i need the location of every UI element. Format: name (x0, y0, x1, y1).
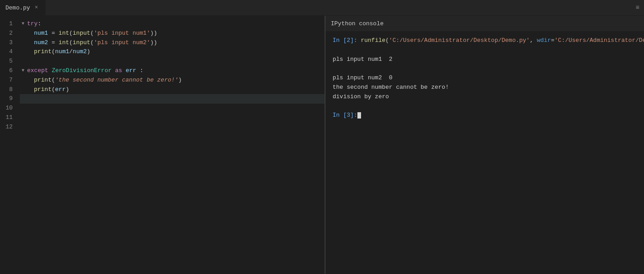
console-in2-line: In [2]: runfile('C:/Users/Administrator/… (333, 36, 637, 46)
line-num-11: 11 (4, 113, 13, 123)
line-num-12: 12 (4, 123, 13, 132)
code-content[interactable]: ▼try: num1 = int(input('pls input num1')… (18, 16, 324, 274)
runfile-fn: runfile (361, 37, 385, 44)
code-line-3: num2 = int(input('pls input num2')) (20, 38, 324, 48)
line-num-2: 2 (4, 29, 13, 38)
code-line-5 (20, 57, 324, 66)
line-num-10: 10 (4, 104, 13, 113)
console-out-4: division by zero (333, 92, 637, 102)
code-line-9[interactable] (20, 94, 324, 104)
code-line-12 (20, 123, 324, 132)
console-in3-line: In [3]: (333, 111, 637, 120)
console-header: IPython console (325, 16, 644, 32)
line-num-4: 4 (4, 47, 13, 57)
line-numbers: 1 2 3 4 5 6 7 8 9 10 11 12 (0, 16, 18, 274)
tab-close-button[interactable]: × (33, 4, 40, 11)
code-line-2: num1 = int(input('pls input num1')) (20, 29, 324, 38)
kw-try: try (27, 19, 37, 29)
console-body[interactable]: In [2]: runfile('C:/Users/Administrator/… (325, 32, 644, 274)
code-line-8: print(err) (20, 85, 324, 95)
line-num-1: 1 (4, 19, 13, 29)
tab-filename: Demo.py (5, 5, 30, 11)
code-line-11 (20, 113, 324, 123)
code-line-6: ▼except ZeroDivisionError as err : (20, 66, 324, 76)
line-num-7: 7 (4, 76, 13, 85)
tab-menu-icon[interactable]: ≡ (631, 4, 644, 11)
code-area: 1 2 3 4 5 6 7 8 9 10 11 12 ▼try: (0, 16, 324, 274)
console-out-1: pls input num1 2 (333, 55, 637, 64)
fold-arrow-6[interactable]: ▼ (20, 67, 26, 74)
line-num-3: 3 (4, 38, 13, 48)
line-num-8: 8 (4, 85, 13, 95)
fold-arrow-1[interactable]: ▼ (20, 20, 26, 27)
code-line-10 (20, 104, 324, 113)
line-num-6: 6 (4, 66, 13, 76)
tab-bar: Demo.py × ≡ (0, 0, 644, 16)
editor-panel[interactable]: 1 2 3 4 5 6 7 8 9 10 11 12 ▼try: (0, 16, 325, 274)
line-num-9: 9 (4, 94, 13, 104)
console-panel: IPython console In [2]: runfile('C:/User… (325, 16, 644, 274)
console-out-2: pls input num2 0 (333, 73, 637, 83)
in3-prompt: In [3]: (333, 112, 357, 119)
console-title: IPython console (331, 20, 384, 27)
code-line-1: ▼try: (20, 19, 324, 29)
code-line-4: print(num1/num2) (20, 47, 324, 57)
main-area: 1 2 3 4 5 6 7 8 9 10 11 12 ▼try: (0, 16, 644, 274)
line-num-5: 5 (4, 57, 13, 66)
code-line-7: print('the second number cannot be zero!… (20, 76, 324, 85)
console-blank-2 (333, 64, 637, 73)
in2-prompt: In [2]: (333, 37, 361, 44)
console-blank-1 (333, 46, 637, 55)
console-out-3: the second number cannot be zero! (333, 83, 637, 92)
console-cursor (357, 112, 361, 119)
tab-demo-py[interactable]: Demo.py × (0, 0, 46, 16)
console-blank-3 (333, 102, 637, 111)
